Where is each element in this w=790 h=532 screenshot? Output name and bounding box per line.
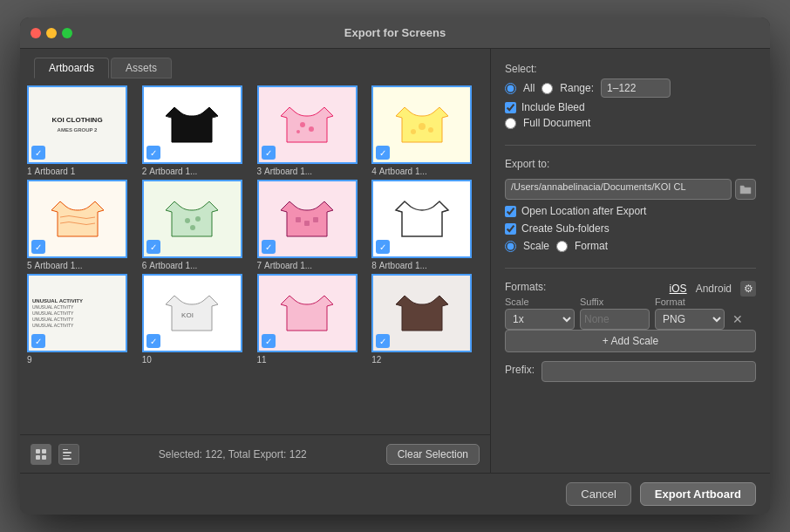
scale-radio[interactable] — [505, 241, 516, 252]
formats-header: Formats: iOS Android ⚙ — [505, 281, 756, 297]
artboard-item[interactable]: ✓ 12 — [371, 274, 483, 365]
formats-section: Formats: iOS Android ⚙ Scale Suffix Form… — [505, 281, 756, 352]
maximize-button[interactable] — [62, 28, 72, 38]
title-bar: Export for Screens — [20, 17, 770, 49]
artboard-thumb-9: UNUSUAL ACTIVITY UNUSUAL ACTIVITY UNUSUA… — [27, 274, 127, 352]
grid-icon — [36, 449, 46, 460]
select-all-label: All — [523, 82, 535, 94]
check-overlay: ✓ — [31, 146, 45, 160]
status-text: Selected: 122, Total Export: 122 — [86, 448, 379, 460]
artboard-label: 11 — [257, 355, 358, 365]
grid-view-button[interactable] — [31, 444, 51, 465]
col-scale-header: Scale — [505, 297, 575, 307]
add-scale-button[interactable]: + Add Scale — [505, 330, 756, 352]
check-overlay: ✓ — [31, 240, 45, 254]
export-to-label: Export to: — [505, 158, 756, 170]
artboard-label: 9 — [27, 355, 127, 365]
remove-format-button[interactable]: ✕ — [730, 311, 746, 327]
open-location-checkbox[interactable] — [505, 206, 516, 217]
artboard-label: 3Artboard 1... — [257, 167, 358, 176]
svg-point-4 — [411, 129, 416, 134]
select-range-radio[interactable] — [541, 83, 553, 94]
full-document-radio[interactable] — [505, 118, 516, 129]
close-button[interactable] — [31, 28, 41, 38]
export-path-row: /Users/annabelinacia/Documents/KOI CL — [505, 179, 756, 200]
export-artboard-button[interactable]: Export Artboard — [640, 482, 756, 506]
artboard-label: 6Artboard 1... — [142, 261, 242, 270]
tab-artboards[interactable]: Artboards — [34, 58, 109, 78]
folder-icon — [739, 184, 752, 194]
create-subfolders-row: Create Sub-folders — [505, 222, 756, 235]
artboard-label: 10 — [142, 355, 242, 365]
check-overlay: ✓ — [376, 334, 390, 348]
list-view-button[interactable] — [58, 444, 79, 465]
artboard-item[interactable]: ✓ 6Artboard 1... — [142, 180, 254, 270]
scale-radio-label: Scale — [523, 240, 549, 252]
tabs-row: Artboards Assets — [20, 49, 490, 78]
check-overlay: ✓ — [31, 334, 45, 348]
artboard-item[interactable]: ✓ 4Artboard 1... — [371, 85, 483, 176]
svg-point-5 — [428, 127, 433, 133]
dialog-title: Export for Screens — [344, 26, 446, 39]
col-format-header: Format — [655, 297, 756, 307]
select-range-label: Range: — [560, 82, 594, 94]
format-select[interactable]: PNGJPGSVGPDF — [655, 309, 725, 330]
artboard-item[interactable]: ✓ 8Artboard 1... — [371, 180, 483, 270]
col-headers: Scale Suffix Format — [505, 297, 756, 307]
include-bleed-checkbox[interactable] — [505, 102, 516, 113]
android-tab[interactable]: Android — [696, 283, 732, 295]
ios-tab[interactable]: iOS — [670, 283, 687, 295]
svg-text:KOI: KOI — [181, 311, 194, 319]
artboard-item[interactable]: ✓ 11 — [257, 274, 369, 365]
artboard-thumb-2: ✓ — [142, 85, 242, 164]
artboard-thumb-8: ✓ — [371, 180, 472, 258]
artboard-thumb-7: ✓ — [257, 180, 358, 258]
range-input[interactable] — [601, 78, 671, 98]
create-subfolders-label: Create Sub-folders — [521, 222, 610, 235]
artboard-item[interactable]: KOI CLOTHING AMES GROUP 2 ✓ 1Artboard 1 — [27, 85, 139, 176]
clear-selection-button[interactable]: Clear Selection — [386, 444, 480, 465]
artboard-label: 4Artboard 1... — [371, 167, 472, 176]
export-path: /Users/annabelinacia/Documents/KOI CL — [505, 179, 732, 200]
suffix-input[interactable] — [580, 309, 650, 330]
artboard-item[interactable]: ✓ 5Artboard 1... — [27, 180, 139, 270]
artboard-item[interactable]: ✓ 2Artboard 1... — [142, 85, 254, 176]
svg-point-6 — [185, 218, 190, 223]
gear-button[interactable]: ⚙ — [740, 281, 756, 297]
create-subfolders-checkbox[interactable] — [505, 223, 516, 235]
prefix-label: Prefix: — [505, 364, 535, 376]
svg-rect-9 — [296, 217, 301, 222]
tab-assets[interactable]: Assets — [111, 58, 172, 78]
format-radio[interactable] — [556, 241, 568, 252]
left-panel: Artboards Assets KOI CLOTHING AMES GROUP… — [20, 49, 491, 473]
sweater-illustration — [161, 99, 222, 151]
sweater-illustration: KOI — [161, 287, 222, 339]
artboard-label: 2Artboard 1... — [142, 167, 242, 176]
folder-button[interactable] — [735, 179, 756, 200]
formats-label: Formats: — [505, 281, 546, 293]
artboard-item[interactable]: ✓ 3Artboard 1... — [257, 85, 369, 176]
artboard-thumb-3: ✓ — [257, 85, 358, 164]
sweater-illustration — [276, 193, 337, 245]
export-to-section: Export to: /Users/annabelinacia/Document… — [505, 158, 756, 256]
prefix-input[interactable] — [541, 361, 756, 382]
artboard-label: 12 — [371, 355, 472, 365]
dialog-body: Artboards Assets KOI CLOTHING AMES GROUP… — [20, 49, 770, 473]
open-location-row: Open Location after Export — [505, 205, 756, 217]
open-location-label: Open Location after Export — [521, 205, 646, 217]
artboard-label: 8Artboard 1... — [371, 261, 472, 270]
traffic-lights — [31, 28, 72, 38]
select-all-radio[interactable] — [505, 83, 516, 94]
artboard-thumb-12: ✓ — [371, 274, 472, 352]
scale-select[interactable]: 1x2x3x — [505, 309, 575, 330]
artboard-item[interactable]: UNUSUAL ACTIVITY UNUSUAL ACTIVITY UNUSUA… — [27, 274, 139, 365]
artboard-item[interactable]: KOI ✓ 10 — [142, 274, 254, 365]
format-row: 1x2x3x PNGJPGSVGPDF ✕ — [505, 309, 756, 330]
check-overlay: ✓ — [262, 334, 276, 348]
select-label: Select: — [505, 63, 756, 75]
cancel-button[interactable]: Cancel — [566, 482, 630, 506]
artboard-thumb-6: ✓ — [142, 180, 242, 258]
svg-point-2 — [296, 130, 300, 133]
minimize-button[interactable] — [46, 28, 57, 38]
artboard-item[interactable]: ✓ 7Artboard 1... — [257, 180, 369, 270]
